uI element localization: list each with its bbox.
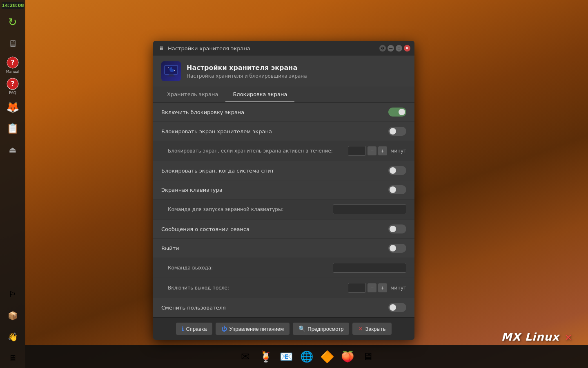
lock-sleep-toggle[interactable] — [388, 166, 406, 175]
sidebar-item-files[interactable]: 📋 — [3, 119, 22, 138]
sidebar-item-faq[interactable]: ? FAQ — [3, 76, 22, 96]
dialog-header-text: Настройки хранителя экрана Настройка хра… — [187, 64, 307, 79]
svg-text:?: ? — [11, 80, 14, 88]
monitor-icon: 🖥 — [6, 37, 19, 50]
logout-after-label: Включить выход после: — [168, 285, 229, 291]
preview-button[interactable]: 🔍 Предпросмотр — [293, 323, 349, 335]
dialog-titlebar: 🖥 Настройки хранителя экрана ⚙ — □ ✕ — [153, 41, 414, 56]
titlebar-left: 🖥 Настройки хранителя экрана — [157, 44, 250, 52]
lock-after-decrement[interactable]: − — [368, 146, 376, 155]
sidebar-item-eject[interactable]: ⏏ — [3, 140, 22, 159]
session-messages-knob — [390, 226, 396, 232]
logout-toggle[interactable] — [388, 244, 406, 253]
setting-keyboard: Экранная клавиатура — [153, 180, 414, 200]
svg-rect-6 — [167, 76, 175, 76]
close-window-button[interactable]: ✕ — [404, 45, 410, 52]
titlebar-settings-btn[interactable]: ⚙ — [379, 45, 386, 52]
sidebar-item-app[interactable]: 📦 — [3, 306, 22, 325]
close-label: Закрыть — [365, 326, 385, 332]
firefox-icon: 🦊 — [6, 101, 19, 114]
dialog-footer: ℹ Справка ⏻ Управление питанием 🔍 Предпр… — [153, 317, 414, 340]
help-label: Справка — [186, 326, 207, 332]
setting-lock-sleep: Блокировать экран, когда система спит — [153, 161, 414, 180]
bottom-taskbar: ✉️ 🍹 📧 🌐 🔶 🍑 🖥 — [25, 345, 588, 368]
faq-icon: ? — [6, 77, 19, 90]
taskbar-vlc[interactable]: 🔶 — [318, 348, 336, 366]
setting-logout-after: Включить выход после: 120 − + минут — [153, 278, 414, 298]
dialog-title: Настройки хранителя экрана — [168, 45, 250, 52]
enable-lock-toggle[interactable] — [388, 108, 406, 117]
logout-after-decrement[interactable]: − — [368, 283, 376, 292]
tab-screensaver[interactable]: Хранитель экрана — [160, 87, 225, 102]
sidebar-item-monitor[interactable]: 🖥 — [3, 34, 22, 53]
desktop: 14:28:08 ↻ 🖥 ? Manual ? — [0, 0, 588, 368]
sidebar-item-keyboard[interactable]: 🏳 — [3, 285, 22, 304]
setting-session-messages: Сообщения о состоянии сеанса — [153, 220, 414, 239]
setting-lock-after: Блокировать экран, если хранитель экрана… — [153, 141, 414, 161]
taskbar-mixer[interactable]: 🍹 — [257, 348, 275, 366]
svg-point-10 — [174, 70, 175, 71]
lock-screensaver-toggle[interactable] — [388, 127, 406, 136]
titlebar-buttons: ⚙ — □ ✕ — [379, 45, 410, 52]
dialog-tabs: Хранитель экрана Блокировка экрана — [153, 87, 414, 103]
dialog-header: Настройки хранителя экрана Настройка хра… — [153, 56, 414, 87]
preview-icon: 🔍 — [298, 325, 305, 332]
setting-enable-lock: Включить блокировку экрана — [153, 103, 414, 122]
mx-logo: MX Linux ✕ — [501, 330, 572, 343]
logout-command-input[interactable] — [333, 263, 406, 273]
power-icon: ⏻ — [221, 325, 227, 332]
setting-lock-screensaver: Блокировать экран хранителем экрана — [153, 122, 414, 141]
logout-after-increment[interactable]: + — [378, 283, 387, 292]
logout-knob — [390, 245, 396, 251]
logout-after-input-group: 120 − + минут — [348, 283, 406, 293]
taskbar-screensaver[interactable]: 🖥 — [359, 348, 377, 366]
logout-label: Выйти — [161, 245, 179, 251]
lock-after-unit: минут — [390, 148, 406, 154]
sidebar-item-firefox[interactable]: 🦊 — [3, 97, 22, 117]
app-icon: 📦 — [6, 309, 19, 322]
help-button[interactable]: ℹ Справка — [176, 323, 212, 335]
sidebar-item-gesture[interactable]: 👋 — [3, 327, 22, 347]
eject-icon: ⏏ — [6, 143, 19, 156]
lock-screensaver-knob — [390, 128, 396, 135]
dialog-header-subtitle: Настройка хранителя и блокировщика экран… — [187, 73, 307, 79]
power-label: Управление питанием — [229, 326, 284, 332]
taskbar-mail[interactable]: ✉️ — [236, 348, 254, 366]
tab-lock[interactable]: Блокировка экрана — [225, 87, 294, 102]
gesture-icon: 👋 — [6, 330, 19, 343]
minimize-button[interactable]: — — [388, 45, 394, 52]
sidebar-item-manual[interactable]: ? Manual — [3, 55, 22, 74]
logout-after-input[interactable]: 120 — [348, 283, 366, 293]
keyboard-command-input[interactable]: onboard -e — [333, 204, 406, 214]
session-messages-toggle[interactable] — [388, 224, 406, 233]
switch-user-toggle[interactable] — [388, 303, 406, 312]
enable-lock-label: Включить блокировку экрана — [161, 109, 244, 115]
left-sidebar: 14:28:08 ↻ 🖥 ? Manual ? — [0, 0, 25, 368]
help-icon: ℹ — [182, 325, 184, 332]
keyboard-knob — [390, 186, 396, 193]
updater-icon: ↻ — [6, 16, 19, 29]
taskbar-claws[interactable]: 📧 — [277, 348, 295, 366]
power-button[interactable]: ⏻ Управление питанием — [216, 323, 290, 335]
setting-logout: Выйти — [153, 239, 414, 258]
dialog-content: Включить блокировку экрана Блокировать э… — [153, 103, 414, 317]
svg-point-8 — [172, 66, 175, 70]
switch-user-knob — [390, 304, 396, 311]
dialog-window: 🖥 Настройки хранителя экрана ⚙ — □ ✕ — [153, 41, 414, 340]
logout-after-unit: минут — [390, 285, 406, 291]
taskbar-browser[interactable]: 🌐 — [298, 348, 316, 366]
dialog-header-title: Настройки хранителя экрана — [187, 64, 307, 72]
setting-switch-user: Сменить пользователя — [153, 298, 414, 317]
keyboard-toggle[interactable] — [388, 185, 406, 194]
keyboard-label: Экранная клавиатура — [161, 187, 223, 193]
maximize-button[interactable]: □ — [396, 45, 402, 52]
sidebar-item-updater[interactable]: ↻ — [3, 12, 22, 32]
lock-after-input[interactable]: 0 — [348, 146, 366, 156]
svg-text:?: ? — [11, 58, 14, 66]
titlebar-monitor-icon: 🖥 — [157, 44, 165, 52]
taskbar-fruit[interactable]: 🍑 — [339, 348, 356, 366]
close-button[interactable]: ✕ Закрыть — [352, 323, 391, 335]
manual-icon: ? — [6, 56, 19, 69]
sidebar-item-screen[interactable]: 🖥 — [3, 348, 22, 368]
lock-after-increment[interactable]: + — [378, 146, 387, 155]
